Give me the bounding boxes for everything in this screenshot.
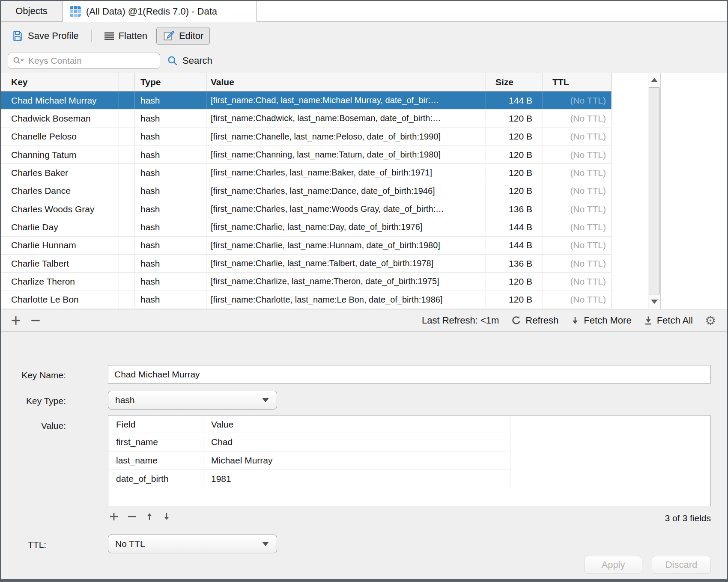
row-type-cell: hash [134,218,206,236]
table-row[interactable]: Channing Tatum hash [first_name:Channing… [1,146,612,164]
vertical-scrollbar[interactable] [648,73,661,309]
row-type-cell: hash [134,255,206,272]
value-label: Value: [1,421,66,431]
column-header-size[interactable]: Size [486,73,543,91]
row-size-cell: 144 B [486,92,543,109]
key-type-select[interactable]: hash [108,391,277,410]
field-name-cell: last_name [108,451,203,469]
tab-bar: Objects (All Data) @1(Redis 7.0) - Data [1,1,727,22]
row-flag-cell [119,255,134,272]
scrollbar-thumb[interactable] [649,87,660,294]
key-name-label: Key Name: [1,370,66,380]
column-header-type[interactable]: Type [134,73,206,91]
app-window: Objects (All Data) @1(Redis 7.0) - Data … [0,0,728,582]
table-row[interactable]: Charlie Talbert hash [first_name:Charlie… [1,255,612,273]
field-name-cell: date_of_birth [108,470,203,488]
column-header-key[interactable]: Key [1,73,119,91]
settings-gear-icon[interactable]: ⚙ [705,315,716,327]
refresh-button[interactable]: Refresh [511,315,558,326]
discard-button[interactable]: Discard [652,556,711,574]
row-ttl-cell: (No TTL) [543,291,612,309]
row-value-cell: [first_name:Charlize, last_name:Theron, … [206,273,486,290]
table-row[interactable]: Charlie Day hash [first_name:Charlie, la… [1,218,612,236]
editor-button[interactable]: Editor [156,27,210,45]
row-flag-cell [119,200,134,218]
row-size-cell: 120 B [486,291,543,309]
row-ttl-cell: (No TTL) [543,92,612,109]
table-row[interactable]: Charles Dance hash [first_name:Charles, … [1,182,612,200]
row-size-cell: 120 B [486,128,543,146]
column-header-value[interactable]: Value [206,73,486,91]
search-button[interactable]: Search [167,53,212,69]
row-key-cell: Charles Dance [1,182,119,200]
scroll-down-button[interactable] [648,294,660,309]
row-flag-cell [119,146,134,163]
row-ttl-cell: (No TTL) [543,218,612,236]
row-size-cell: 120 B [486,146,543,163]
row-flag-cell [119,92,134,109]
toolbar-separator [91,30,92,42]
apply-button[interactable]: Apply [584,556,642,574]
field-row[interactable]: date_of_birth 1981 [108,470,511,488]
search-placeholder: Keys Contain [28,56,82,66]
table-row[interactable]: Chad Michael Murray hash [first_name:Cha… [1,92,612,110]
row-ttl-cell: (No TTL) [543,182,612,200]
column-header-flag[interactable] [119,73,134,91]
ttl-label: TTL: [28,540,46,550]
last-refresh-text: Last Refresh: <1m [422,315,499,326]
save-floppy-icon [12,30,24,42]
editor-pencil-icon [163,30,175,42]
row-ttl-cell: (No TTL) [543,273,612,290]
field-row[interactable]: first_name Chad [108,433,511,451]
tab-data[interactable]: (All Data) @1(Redis 7.0) - Data [63,1,257,22]
row-size-cell: 144 B [486,218,543,236]
key-table-rows: Chad Michael Murray hash [first_name:Cha… [1,92,612,309]
row-size-cell: 120 B [486,182,543,200]
row-value-cell: [first_name:Charlie, last_name:Hunnam, d… [206,237,486,254]
row-type-cell: hash [134,128,206,146]
row-ttl-cell: (No TTL) [543,200,612,218]
table-row[interactable]: Charles Woods Gray hash [first_name:Char… [1,200,612,218]
table-row[interactable]: Charles Baker hash [first_name:Charles, … [1,164,612,182]
row-type-cell: hash [134,92,206,109]
remove-key-button[interactable] [30,315,41,326]
table-row[interactable]: Charlize Theron hash [first_name:Charliz… [1,273,612,291]
field-row[interactable]: last_name Michael Murray [108,451,511,470]
keys-table: Key Type Value Size TTL Chad Michael Mur… [1,73,727,309]
add-key-button[interactable] [10,315,21,326]
search-filter-icon [12,56,25,66]
table-row[interactable]: Chanelle Peloso hash [first_name:Chanell… [1,128,612,146]
column-header-ttl[interactable]: TTL [543,73,612,91]
fetch-more-button[interactable]: Fetch More [570,315,631,326]
key-type-value: hash [115,395,135,405]
main-toolbar: Save Profile Flatten Editor [1,22,727,50]
keys-contain-input[interactable]: Keys Contain [8,53,160,69]
row-value-cell: [first_name:Charlie, last_name:Day, date… [206,218,486,236]
tab-objects[interactable]: Objects [1,1,63,21]
table-row[interactable]: Chadwick Boseman hash [first_name:Chadwi… [1,110,612,128]
field-value-cell: Michael Murray [203,451,511,469]
field-table-rows: first_name Chad last_name Michael Murray… [108,433,511,488]
row-value-cell: [first_name:Charles, last_name:Baker, da… [206,164,486,181]
row-flag-cell [119,273,134,290]
row-type-cell: hash [134,110,206,127]
table-row[interactable]: Charlotte Le Bon hash [first_name:Charlo… [1,291,612,309]
row-value-cell: [first_name:Chanelle, last_name:Peloso, … [206,128,486,146]
row-flag-cell [119,291,134,309]
save-profile-button[interactable]: Save Profile [7,27,84,45]
row-flag-cell [119,128,134,146]
flatten-button[interactable]: Flatten [99,27,152,45]
scroll-up-button[interactable] [648,73,660,87]
fetch-all-button[interactable]: Fetch All [644,315,693,326]
table-row[interactable]: Charlie Hunnam hash [first_name:Charlie,… [1,237,612,255]
row-value-cell: [first_name:Charlie, last_name:Talbert, … [206,255,486,272]
row-key-cell: Charlize Theron [1,273,119,290]
field-value-column-header: Value [203,416,511,433]
tab-objects-label: Objects [15,6,48,17]
field-count-text: 3 of 3 fields [108,513,711,523]
key-name-value: Chad Michael Murray [114,369,200,380]
ttl-select[interactable]: No TTL [108,534,277,553]
row-type-cell: hash [134,182,206,200]
key-name-input[interactable]: Chad Michael Murray [108,365,711,384]
row-ttl-cell: (No TTL) [543,146,612,163]
